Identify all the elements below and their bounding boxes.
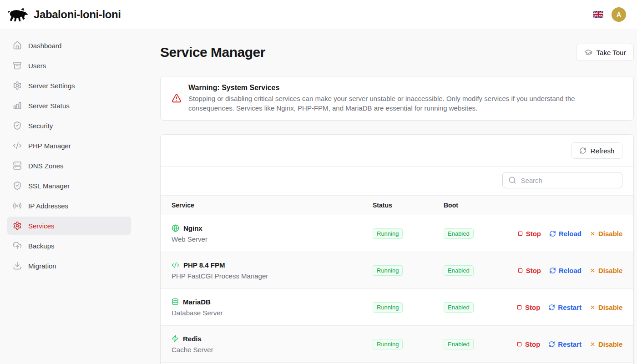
refresh-button[interactable]: Refresh [571, 142, 623, 159]
stop-icon [516, 304, 522, 310]
home-icon [13, 41, 22, 50]
status-badge: Running [373, 302, 403, 313]
table-row-mariadb: MariaDB Database Server Running Enabled … [161, 289, 633, 326]
gear-icon [13, 221, 22, 230]
boot-badge: Enabled [444, 228, 474, 239]
services-toolbar: Refresh [161, 135, 633, 167]
refresh-icon [549, 267, 556, 274]
disable-button[interactable]: Disable [590, 267, 622, 274]
action-label: Disable [598, 303, 622, 311]
sidebar-item-label: Security [28, 122, 53, 130]
service-name: Redis [183, 335, 202, 343]
sidebar: Dashboard Users Server Settings Server S… [0, 29, 138, 364]
refresh-icon [548, 341, 555, 348]
sidebar-item-label: Server Status [28, 102, 70, 110]
app-title: Jabaloni-loni-loni [34, 8, 121, 21]
disable-button[interactable]: Disable [590, 340, 622, 348]
sidebar-item-server-settings[interactable]: Server Settings [7, 76, 131, 95]
sidebar-item-label: IP Addresses [28, 202, 68, 210]
sidebar-item-label: Services [28, 222, 55, 230]
x-icon [590, 231, 596, 237]
action-label: Disable [598, 340, 622, 348]
disable-button[interactable]: Disable [590, 230, 622, 238]
refresh-label: Refresh [591, 147, 615, 155]
search-box [502, 172, 622, 188]
sidebar-item-ssl-manager[interactable]: SSL Manager [7, 177, 131, 195]
restart-button[interactable]: Restart [548, 340, 581, 348]
action-label: Stop [525, 303, 540, 311]
stop-button[interactable]: Stop [517, 267, 541, 274]
table-header: Service Status Boot [161, 195, 633, 215]
refresh-icon [549, 230, 556, 237]
action-label: Disable [598, 267, 622, 274]
search-icon [508, 176, 516, 184]
search-input[interactable] [521, 177, 617, 184]
reload-button[interactable]: Reload [549, 230, 581, 238]
sidebar-item-dns-zones[interactable]: DNS Zones [7, 157, 131, 175]
action-label: Restart [558, 303, 581, 311]
service-name: PHP 8.4 FPM [183, 261, 225, 269]
table-row-redis: Redis Cache Server Running Enabled Stop … [161, 326, 633, 363]
sidebar-item-security[interactable]: Security [7, 116, 131, 135]
action-label: Disable [598, 230, 622, 238]
code-icon [172, 261, 179, 269]
page-title: Service Manager [160, 45, 265, 60]
status-badge: Running [373, 339, 403, 349]
warning-banner: Warning: System Services Stopping or dis… [160, 76, 634, 121]
stop-icon [516, 341, 522, 347]
x-icon [590, 268, 596, 273]
service-description: Cache Server [172, 346, 373, 354]
boot-badge: Enabled [444, 302, 474, 313]
main-content: Service Manager Take Tour Warning: Syste… [138, 29, 637, 364]
sidebar-item-users[interactable]: Users [7, 56, 131, 75]
radio-waves-icon [13, 201, 22, 210]
stop-button[interactable]: Stop [517, 230, 541, 238]
table-row-nginx: Nginx Web Server Running Enabled Stop Re… [161, 215, 633, 252]
boar-icon [7, 7, 28, 22]
restart-button[interactable]: Restart [548, 303, 581, 311]
gear-icon [13, 81, 22, 90]
sidebar-item-migration[interactable]: Migration [7, 257, 131, 275]
sidebar-item-label: PHP Manager [28, 142, 71, 150]
take-tour-button[interactable]: Take Tour [576, 44, 634, 61]
action-label: Restart [558, 340, 581, 348]
action-label: Stop [526, 230, 541, 238]
sidebar-item-ip-addresses[interactable]: IP Addresses [7, 197, 131, 215]
stop-icon [517, 231, 523, 237]
stop-button[interactable]: Stop [516, 303, 540, 311]
sidebar-item-services[interactable]: Services [7, 217, 131, 235]
stop-button[interactable]: Stop [516, 340, 540, 348]
sidebar-item-php-manager[interactable]: PHP Manager [7, 136, 131, 155]
action-label: Reload [559, 230, 581, 238]
boot-badge: Enabled [444, 339, 474, 349]
shield-check-icon [13, 121, 22, 130]
shield-check-icon [13, 181, 22, 190]
x-icon [590, 304, 596, 310]
refresh-icon [579, 147, 586, 154]
action-label: Stop [526, 267, 541, 274]
cloud-upload-icon [13, 241, 22, 250]
user-avatar[interactable]: A [612, 7, 626, 22]
sidebar-item-backups[interactable]: Backups [7, 237, 131, 255]
sidebar-item-dashboard[interactable]: Dashboard [7, 36, 131, 55]
database-icon [172, 298, 179, 305]
sidebar-item-label: Users [28, 62, 46, 70]
download-icon [13, 261, 22, 270]
zap-icon [172, 335, 179, 342]
language-flag-icon[interactable] [593, 11, 603, 18]
reload-button[interactable]: Reload [549, 267, 581, 274]
column-header-boot: Boot [444, 202, 516, 209]
status-badge: Running [373, 228, 403, 239]
app-logo [7, 7, 28, 22]
sidebar-item-label: Dashboard [28, 42, 61, 50]
services-card: Refresh Service Status Boot [160, 134, 634, 364]
sidebar-item-label: DNS Zones [28, 162, 64, 170]
disable-button[interactable]: Disable [590, 303, 622, 311]
server-stack-icon [13, 161, 22, 170]
sidebar-item-server-status[interactable]: Server Status [7, 96, 131, 115]
sidebar-item-label: Migration [28, 262, 56, 270]
globe-icon [172, 224, 179, 232]
search-row [161, 167, 633, 195]
warning-title: Warning: System Services [188, 84, 579, 92]
table-row-php-fpm: PHP 8.4 FPM PHP FastCGI Process Manager … [161, 252, 633, 289]
